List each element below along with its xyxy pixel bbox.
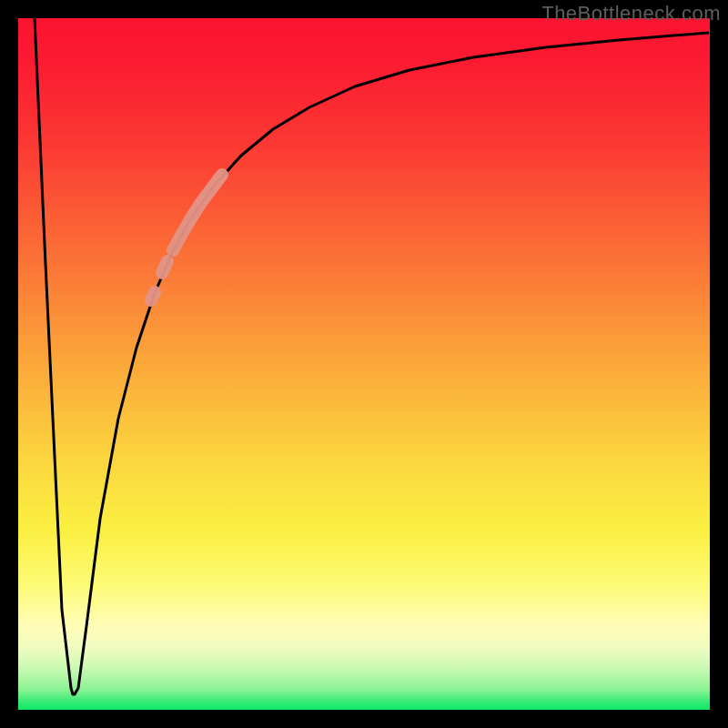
curve-layer: [18, 18, 710, 710]
highlight-segment: [173, 175, 222, 250]
bottleneck-curve: [35, 18, 709, 694]
chart-frame: TheBottleneck.com: [0, 0, 728, 728]
plot-area: [18, 18, 710, 710]
highlight-segment: [151, 292, 155, 300]
watermark-text: TheBottleneck.com: [541, 2, 721, 25]
highlight-segment: [162, 261, 167, 273]
